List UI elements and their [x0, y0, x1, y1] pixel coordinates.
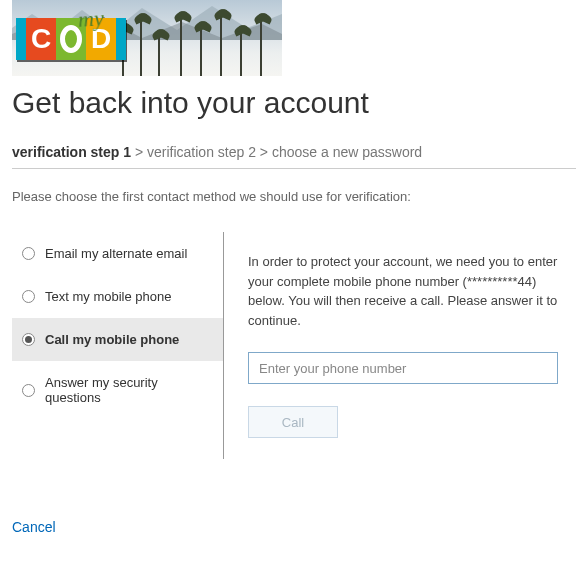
option-email[interactable]: Email my alternate email	[12, 232, 223, 275]
brand-banner: my C D	[12, 0, 282, 76]
breadcrumb-step-2: verification step 2	[147, 144, 256, 160]
radio-icon	[22, 290, 35, 303]
page-title: Get back into your account	[12, 86, 576, 120]
option-label: Text my mobile phone	[45, 289, 171, 304]
option-label: Answer my security questions	[45, 375, 213, 405]
instruction-text: Please choose the first contact method w…	[12, 189, 576, 204]
brand-prefix: my	[77, 5, 104, 33]
radio-icon	[22, 333, 35, 346]
verification-method-list: Email my alternate email Text my mobile …	[12, 232, 224, 459]
option-label: Call my mobile phone	[45, 332, 179, 347]
verification-blurb: In order to protect your account, we nee…	[248, 252, 566, 330]
breadcrumb-step-3: choose a new password	[272, 144, 422, 160]
cancel-link[interactable]: Cancel	[12, 519, 56, 535]
radio-icon	[22, 384, 35, 397]
option-call[interactable]: Call my mobile phone	[12, 318, 223, 361]
call-button[interactable]: Call	[248, 406, 338, 438]
phone-number-input[interactable]	[248, 352, 558, 384]
brand-letter-c: C	[26, 18, 56, 60]
radio-icon	[22, 247, 35, 260]
breadcrumb: verification step 1 > verification step …	[12, 144, 576, 169]
verification-detail-panel: In order to protect your account, we nee…	[224, 232, 576, 459]
breadcrumb-step-1: verification step 1	[12, 144, 131, 160]
option-questions[interactable]: Answer my security questions	[12, 361, 223, 419]
brand-logo: my C D	[16, 18, 126, 60]
option-text[interactable]: Text my mobile phone	[12, 275, 223, 318]
option-label: Email my alternate email	[45, 246, 187, 261]
